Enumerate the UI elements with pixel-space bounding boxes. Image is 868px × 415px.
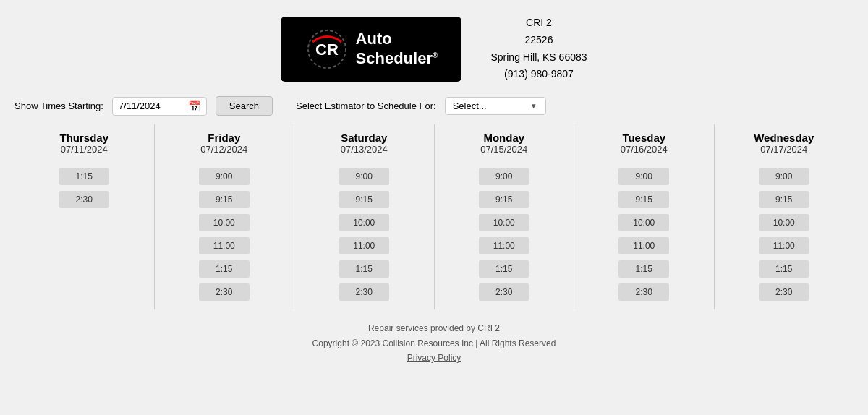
- day-name: Thursday: [22, 132, 147, 144]
- day-column: Saturday07/13/20249:009:1510:0011:001:15…: [294, 124, 435, 309]
- day-name: Monday: [442, 132, 567, 144]
- toolbar: Show Times Starting: 📅 Search Select Est…: [0, 90, 868, 121]
- date-input-wrapper: 📅: [112, 97, 207, 116]
- time-slot-button[interactable]: 9:00: [759, 168, 809, 185]
- estimator-label: Select Estimator to Schedule For:: [296, 100, 436, 111]
- day-name: Saturday: [302, 132, 427, 144]
- svg-text:CR: CR: [315, 40, 339, 59]
- time-slot-button[interactable]: 11:00: [618, 237, 669, 254]
- time-slots: 9:009:1510:0011:001:152:30: [722, 159, 847, 309]
- company-phone: (913) 980-9807: [490, 66, 587, 83]
- time-slots: 1:152:30: [22, 159, 147, 217]
- time-slot-button[interactable]: 2:30: [479, 283, 529, 301]
- day-header: Tuesday07/16/2024: [582, 124, 707, 159]
- time-slot-button[interactable]: 1:15: [759, 260, 809, 278]
- calendar-icon[interactable]: 📅: [188, 100, 200, 112]
- day-date: 07/11/2024: [22, 144, 147, 155]
- day-column: Monday07/15/20249:009:1510:0011:001:152:…: [435, 124, 575, 309]
- schedule-grid: Thursday07/11/20241:152:30Friday07/12/20…: [0, 124, 868, 309]
- time-slots: 9:009:1510:0011:001:152:30: [442, 159, 567, 309]
- footer-line1: Repair services provided by CRI 2: [0, 321, 868, 335]
- time-slot-button[interactable]: 9:15: [339, 191, 389, 208]
- time-slots: 9:009:1510:0011:001:152:30: [302, 159, 427, 309]
- footer-privacy[interactable]: Privacy Policy: [0, 351, 868, 365]
- time-slot-button[interactable]: 11:00: [199, 237, 250, 254]
- day-header: Wednesday07/17/2024: [722, 124, 847, 159]
- time-slot-button[interactable]: 10:00: [759, 214, 809, 231]
- time-slots: 9:009:1510:0011:001:152:30: [162, 159, 287, 309]
- day-header: Thursday07/11/2024: [22, 124, 147, 159]
- search-button[interactable]: Search: [216, 96, 273, 116]
- day-date: 07/17/2024: [722, 144, 847, 155]
- time-slot-button[interactable]: 9:15: [479, 191, 529, 208]
- time-slot-button[interactable]: 2:30: [759, 283, 809, 301]
- logo-icon: CR: [305, 27, 349, 71]
- day-name: Tuesday: [582, 132, 707, 144]
- time-slot-button[interactable]: 9:00: [339, 168, 389, 185]
- day-date: 07/12/2024: [162, 144, 287, 155]
- time-slot-button[interactable]: 10:00: [339, 214, 389, 231]
- company-info: CRI 2 22526 Spring Hill, KS 66083 (913) …: [490, 14, 587, 83]
- time-slot-button[interactable]: 10:00: [199, 214, 250, 231]
- time-slot-button[interactable]: 2:30: [618, 283, 669, 301]
- time-slot-button[interactable]: 9:15: [759, 191, 809, 208]
- day-header: Monday07/15/2024: [442, 124, 567, 159]
- time-slot-button[interactable]: 10:00: [618, 214, 669, 231]
- company-id: 22526: [490, 32, 587, 49]
- time-slot-button[interactable]: 10:00: [479, 214, 529, 231]
- time-slot-button[interactable]: 1:15: [59, 168, 109, 185]
- time-slot-button[interactable]: 11:00: [339, 237, 389, 254]
- time-slot-button[interactable]: 9:15: [199, 191, 250, 208]
- time-slot-button[interactable]: 2:30: [59, 191, 109, 208]
- company-location: Spring Hill, KS 66083: [490, 49, 587, 67]
- day-date: 07/15/2024: [442, 144, 567, 155]
- company-name: CRI 2: [490, 14, 587, 32]
- date-input[interactable]: [119, 100, 184, 111]
- footer: Repair services provided by CRI 2 Copyri…: [0, 309, 868, 372]
- day-column: Wednesday07/17/20249:009:1510:0011:001:1…: [715, 124, 854, 309]
- footer-line2: Copyright © 2023 Collision Resources Inc…: [0, 336, 868, 351]
- time-slot-button[interactable]: 1:15: [199, 260, 250, 278]
- time-slot-button[interactable]: 9:15: [618, 191, 669, 208]
- page-header: CR AutoScheduler® CRI 2 22526 Spring Hil…: [0, 0, 868, 90]
- day-name: Wednesday: [722, 132, 847, 144]
- time-slot-button[interactable]: 1:15: [339, 260, 389, 278]
- time-slot-button[interactable]: 11:00: [759, 237, 809, 254]
- estimator-placeholder: Select...: [453, 100, 487, 111]
- day-column: Tuesday07/16/20249:009:1510:0011:001:152…: [574, 124, 715, 309]
- show-times-label: Show Times Starting:: [14, 100, 103, 111]
- time-slot-button[interactable]: 9:00: [199, 168, 250, 185]
- time-slot-button[interactable]: 9:00: [479, 168, 529, 185]
- time-slots: 9:009:1510:0011:001:152:30: [582, 159, 707, 309]
- day-name: Friday: [162, 132, 287, 144]
- time-slot-button[interactable]: 2:30: [199, 283, 250, 301]
- estimator-dropdown[interactable]: Select... ▼: [445, 97, 546, 115]
- day-column: Friday07/12/20249:009:1510:0011:001:152:…: [155, 124, 295, 309]
- time-slot-button[interactable]: 11:00: [479, 237, 529, 254]
- logo: CR AutoScheduler®: [281, 17, 461, 82]
- time-slot-button[interactable]: 9:00: [618, 168, 669, 185]
- logo-text: AutoScheduler®: [356, 30, 438, 68]
- day-date: 07/16/2024: [582, 144, 707, 155]
- day-header: Saturday07/13/2024: [302, 124, 427, 159]
- time-slot-button[interactable]: 1:15: [618, 260, 669, 278]
- dropdown-arrow-icon: ▼: [530, 102, 537, 110]
- day-column: Thursday07/11/20241:152:30: [14, 124, 155, 309]
- time-slot-button[interactable]: 1:15: [479, 260, 529, 278]
- day-date: 07/13/2024: [302, 144, 427, 155]
- time-slot-button[interactable]: 2:30: [339, 283, 389, 301]
- day-header: Friday07/12/2024: [162, 124, 287, 159]
